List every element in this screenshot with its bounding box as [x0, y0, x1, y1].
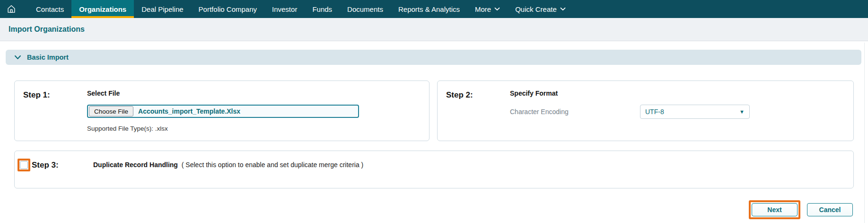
scrollbar-track[interactable] [864, 43, 865, 223]
step2-label: Step 2: [446, 89, 510, 141]
dropdown-caret-icon: ▼ [739, 109, 745, 115]
basic-import-section-header[interactable]: Basic Import [6, 50, 861, 65]
choose-file-button[interactable]: Choose File [89, 106, 133, 116]
step1-title: Select File [87, 89, 429, 97]
nav-item-organizations[interactable]: Organizations [71, 0, 134, 18]
step3-label: Step 3: [32, 161, 59, 170]
section-title: Basic Import [27, 54, 69, 61]
page-header: Import Organizations [0, 18, 868, 41]
nav-item-contacts[interactable]: Contacts [28, 0, 71, 18]
step3-title: Duplicate Record Handling [93, 161, 178, 169]
nav-item-label: Quick Create [515, 5, 557, 13]
step2-panel: Step 2: Specify Format Character Encodin… [437, 80, 854, 141]
nav-item-more[interactable]: More [467, 0, 508, 18]
selected-file-name: Accounts_import_Template.Xlsx [138, 107, 240, 115]
chevron-down-icon [560, 7, 566, 11]
supported-file-types-note: Supported File Type(s): .xlsx [87, 125, 429, 132]
nav-item-deal-pipeline[interactable]: Deal Pipeline [134, 0, 191, 18]
file-input[interactable]: Choose File Accounts_import_Template.Xls… [87, 105, 359, 118]
step3-checkbox[interactable] [20, 161, 28, 169]
chevron-down-icon [14, 55, 21, 60]
nav-item-reports-analytics[interactable]: Reports & Analytics [391, 0, 467, 18]
chevron-down-icon [494, 7, 500, 11]
nav-item-documents[interactable]: Documents [340, 0, 391, 18]
footer-actions: Next Cancel [0, 200, 853, 219]
character-encoding-dropdown[interactable]: UTF-8 ▼ [640, 105, 750, 119]
nav-item-label: More [475, 5, 491, 13]
step1-content: Select File Choose File Accounts_import_… [87, 89, 429, 141]
character-encoding-label: Character Encoding [510, 108, 640, 116]
nav-item-funds[interactable]: Funds [305, 0, 340, 18]
next-button[interactable]: Next [752, 203, 798, 216]
character-encoding-value: UTF-8 [645, 108, 664, 116]
step3-note: ( Select this option to enable and set d… [182, 161, 363, 169]
top-navbar: Contacts Organizations Deal Pipeline Por… [0, 0, 868, 18]
nav-item-portfolio-company[interactable]: Portfolio Company [191, 0, 264, 18]
step1-label: Step 1: [23, 89, 87, 141]
page-title: Import Organizations [9, 25, 85, 34]
step2-title: Specify Format [510, 89, 853, 97]
steps-row: Step 1: Select File Choose File Accounts… [14, 80, 854, 141]
nav-item-quick-create[interactable]: Quick Create [508, 0, 573, 18]
nav-item-investor[interactable]: Investor [264, 0, 305, 18]
step3-panel: Step 3: Duplicate Record Handling ( Sele… [14, 151, 854, 188]
step2-content: Specify Format Character Encoding UTF-8 … [510, 89, 853, 141]
step3-description: Duplicate Record Handling ( Select this … [93, 159, 363, 169]
annotation-highlight-next: Next [749, 200, 800, 219]
step1-panel: Step 1: Select File Choose File Accounts… [14, 80, 430, 141]
home-button[interactable] [0, 0, 23, 18]
content-area: Basic Import Step 1: Select File Choose … [0, 41, 868, 223]
cancel-button[interactable]: Cancel [807, 203, 853, 216]
home-icon [6, 4, 17, 14]
annotation-highlight-checkbox [18, 159, 30, 171]
